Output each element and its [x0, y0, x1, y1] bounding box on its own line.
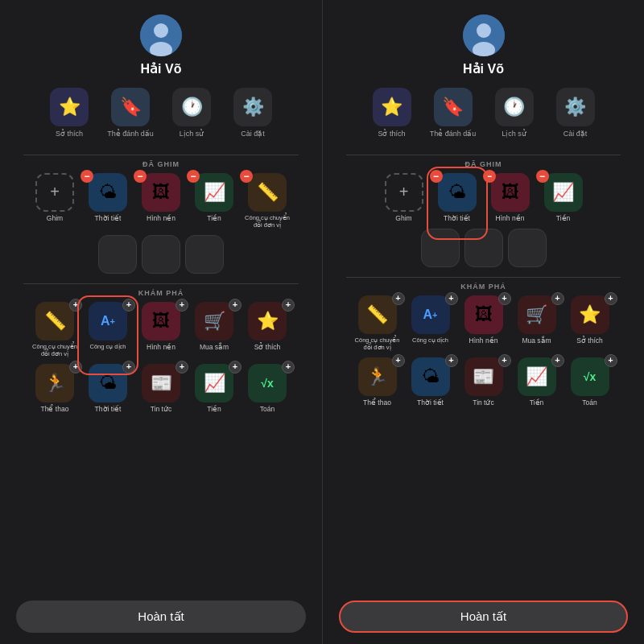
pinned-finance-label-r: Tiền [556, 214, 571, 222]
add-news-badge-r[interactable]: + [498, 354, 511, 367]
explore-favorites-label-r: Sở thích [576, 336, 602, 345]
empty-slot-r-1 [421, 229, 460, 267]
add-converter-badge[interactable]: + [69, 299, 82, 312]
explore-shopping-r[interactable]: 🛒 + Mua sắm [513, 295, 561, 351]
add-shopping-badge[interactable]: + [229, 299, 242, 312]
qa-favorites-r[interactable]: ⭐ Sở thích [365, 88, 419, 138]
pinned-add[interactable]: + Ghim [31, 173, 79, 229]
pinned-finance[interactable]: 📈 − Tiền [190, 173, 238, 229]
explore-weather[interactable]: 🌤 + Thời tiết [84, 364, 132, 413]
remove-finance-badge-r[interactable]: − [536, 170, 549, 183]
add-weather-badge-r[interactable]: + [445, 354, 458, 367]
add-wallpaper-badge[interactable]: + [175, 299, 188, 312]
qa-settings-icon-r: ⚙️ [556, 88, 595, 126]
qa-bookmarks-label: Thẻ đánh dấu [107, 130, 154, 138]
pinned-wallpaper-r[interactable]: 🖼 − Hình nền [486, 173, 535, 222]
pinned-weather-icon-r: 🌤 [438, 173, 477, 212]
explore-news[interactable]: 📰 + Tin tức [137, 364, 185, 413]
explore-sports-label-r: Thể thao [363, 398, 391, 407]
qa-bookmarks[interactable]: 🔖 Thẻ đánh dấu [103, 88, 158, 138]
qa-settings-label: Cài đặt [241, 130, 265, 138]
svg-point-1 [154, 23, 168, 38]
done-button-left[interactable]: Hoàn tất [16, 601, 306, 633]
qa-settings-r[interactable]: ⚙️ Cài đặt [548, 88, 603, 138]
explore-grid-1-left: 📏 + Công cụ chuyển đổi đơn vị A+ + Công … [8, 302, 314, 357]
explore-finance[interactable]: 📈 + Tiền [190, 364, 238, 413]
remove-converter-badge[interactable]: − [240, 170, 253, 183]
left-panel: Hải Võ ⭐ Sở thích 🔖 Thẻ đánh dấu 🕐 Lịch … [0, 0, 322, 644]
add-math-badge-r[interactable]: + [605, 354, 617, 367]
pinned-add-r[interactable]: + Ghim [380, 173, 428, 222]
explore-weather-icon: 🌤 [89, 364, 127, 402]
explore-converter-r[interactable]: 📏 + Công cụ chuyển đổi đơn vị [353, 295, 402, 351]
explore-finance-icon-r: 📈 [518, 357, 556, 396]
explore-sports[interactable]: 🏃 + Thể thao [31, 364, 79, 413]
explore-converter[interactable]: 📏 + Công cụ chuyển đổi đơn vị [31, 302, 79, 357]
remove-finance-badge[interactable]: − [187, 170, 200, 183]
explore-sports-r[interactable]: 🏃 + Thể thao [353, 357, 402, 407]
right-panel: Hải Võ ⭐ Sở thích 🔖 Thẻ đánh dấu 🕐 Lịch … [322, 0, 644, 644]
add-finance-badge-r[interactable]: + [551, 354, 564, 367]
username-left: Hải Võ [141, 61, 182, 76]
explore-label-left: KHÁM PHÁ [8, 289, 314, 297]
add-finance-badge[interactable]: + [229, 361, 242, 374]
explore-weather-label-r: Thời tiết [417, 398, 444, 407]
pinned-finance-r[interactable]: 📈 − Tiền [539, 173, 588, 222]
explore-wallpaper-r[interactable]: 🖼 + Hình nền [460, 295, 508, 351]
explore-finance-label: Tiền [207, 405, 221, 413]
divider-1-left [23, 155, 299, 155]
add-translate-badge-r[interactable]: + [445, 292, 458, 305]
explore-grid-2-left: 🏃 + Thể thao 🌤 + Thời tiết 📰 + Tin tức 📈… [8, 364, 314, 413]
remove-weather-badge[interactable]: − [80, 170, 93, 183]
explore-math[interactable]: √x + Toán [243, 364, 291, 413]
explore-finance-r[interactable]: 📈 + Tiền [513, 357, 561, 407]
explore-math-r[interactable]: √x + Toán [566, 357, 614, 407]
pinned-add-label-r: Ghim [395, 214, 411, 222]
qa-bookmarks-r[interactable]: 🔖 Thẻ đánh dấu [426, 88, 481, 138]
empty-slot-1 [98, 235, 137, 274]
qa-history-label-r: Lịch sử [502, 130, 526, 138]
explore-translate[interactable]: A+ + Công cụ dịch [84, 302, 132, 357]
add-shopping-badge-r[interactable]: + [551, 292, 564, 305]
avatar-left [140, 14, 182, 56]
add-news-badge[interactable]: + [175, 361, 188, 374]
qa-bookmarks-icon-r: 🔖 [434, 88, 473, 126]
qa-favorites[interactable]: ⭐ Sở thích [42, 88, 97, 138]
explore-weather-r[interactable]: 🌤 + Thời tiết [407, 357, 455, 407]
pinned-weather[interactable]: 🌤 − Thời tiết [84, 173, 132, 229]
explore-translate-r[interactable]: A+ + Công cụ dịch [407, 295, 455, 351]
explore-shopping[interactable]: 🛒 + Mua sắm [190, 302, 238, 357]
add-wallpaper-badge-r[interactable]: + [498, 292, 511, 305]
add-weather-badge[interactable]: + [122, 361, 135, 374]
divider-2-right [346, 277, 621, 278]
remove-wallpaper-badge[interactable]: − [134, 170, 147, 183]
pinned-wallpaper[interactable]: 🖼 − Hình nền [137, 173, 185, 229]
svg-point-4 [477, 23, 491, 38]
qa-settings[interactable]: ⚙️ Cài đặt [225, 88, 280, 138]
add-converter-badge-r[interactable]: + [392, 292, 405, 305]
add-favorites-badge[interactable]: + [282, 299, 295, 312]
add-favorites-badge-r[interactable]: + [605, 292, 617, 305]
pinned-weather-r[interactable]: 🌤 − Thời tiết [433, 173, 481, 222]
explore-favorites[interactable]: ⭐ + Sở thích [243, 302, 291, 357]
quick-actions-left: ⭐ Sở thích 🔖 Thẻ đánh dấu 🕐 Lịch sử ⚙️ C… [8, 88, 314, 138]
qa-history-label: Lịch sử [180, 130, 204, 138]
explore-wallpaper-label: Hình nền [147, 343, 175, 351]
pinned-converter[interactable]: 📏 − Công cụ chuyển đổi đơn vị [243, 173, 291, 229]
qa-history-r[interactable]: 🕐 Lịch sử [487, 88, 542, 138]
qa-favorites-icon-r: ⭐ [373, 88, 411, 126]
remove-wallpaper-badge-r[interactable]: − [483, 170, 496, 183]
remove-weather-badge-r[interactable]: − [430, 170, 443, 183]
add-math-badge[interactable]: + [282, 361, 295, 374]
done-button-right[interactable]: Hoàn tất [339, 601, 628, 633]
explore-wallpaper[interactable]: 🖼 + Hình nền [137, 302, 185, 357]
explore-math-label: Toán [260, 405, 275, 413]
explore-favorites-r[interactable]: ⭐ + Sở thích [566, 295, 614, 351]
empty-slot-2 [142, 235, 180, 274]
add-sports-badge[interactable]: + [69, 361, 82, 374]
qa-history[interactable]: 🕐 Lịch sử [164, 88, 219, 138]
add-sports-badge-r[interactable]: + [392, 354, 405, 367]
add-translate-badge[interactable]: + [122, 299, 135, 312]
explore-favorites-icon-r: ⭐ [571, 295, 609, 334]
explore-news-r[interactable]: 📰 + Tin tức [460, 357, 508, 407]
